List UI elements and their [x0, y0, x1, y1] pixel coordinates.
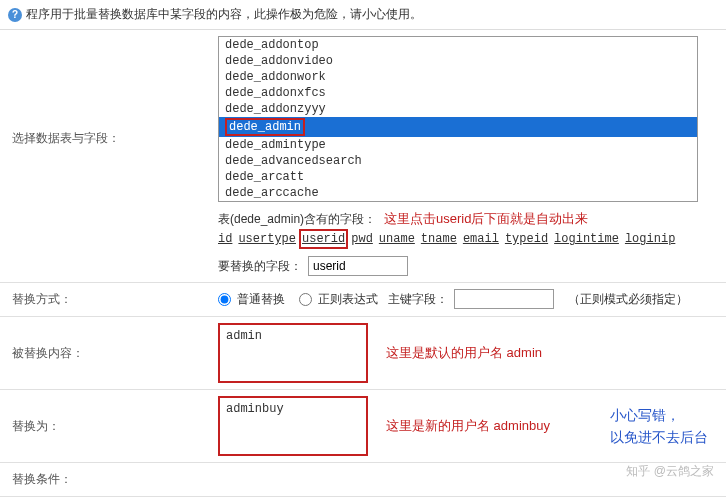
label-select-table: 选择数据表与字段：: [0, 30, 210, 282]
field-list: idusertypeuseridpwdunametnameemailtypeid…: [218, 232, 718, 246]
listbox-option[interactable]: dede_addontop: [219, 37, 697, 53]
field-link[interactable]: email: [463, 232, 499, 246]
annotation-default-user: 这里是默认的用户名 admin: [386, 344, 542, 362]
replace-to-input[interactable]: adminbuy: [218, 396, 368, 456]
listbox-option[interactable]: dede_addonxfcs: [219, 85, 697, 101]
table-listbox[interactable]: dede_addontopdede_addonvideodede_addonwo…: [218, 36, 698, 202]
primary-label: 主键字段：: [388, 291, 448, 308]
label-replace-mode: 替换方式：: [0, 283, 210, 316]
annotation-new-user: 这里是新的用户名 adminbuy: [386, 417, 550, 435]
field-link[interactable]: userid: [302, 232, 345, 246]
listbox-option[interactable]: dede_admintype: [219, 137, 697, 153]
listbox-option[interactable]: dede_addonwork: [219, 69, 697, 85]
radio-normal-label: 普通替换: [237, 291, 285, 308]
mode-hint: （正则模式必须指定）: [568, 291, 688, 308]
warning-bar: ? 程序用于批量替换数据库中某字段的内容，此操作极为危险，请小心使用。: [0, 0, 726, 30]
radio-regex-label: 正则表达式: [318, 291, 378, 308]
annotation-careful: 小心写错， 以免进不去后台: [610, 404, 708, 449]
field-link[interactable]: uname: [379, 232, 415, 246]
replace-field-input[interactable]: [308, 256, 408, 276]
listbox-option[interactable]: dede_arccache: [219, 185, 697, 201]
warning-text: 程序用于批量替换数据库中某字段的内容，此操作极为危险，请小心使用。: [26, 6, 422, 23]
listbox-option[interactable]: dede_arcatt: [219, 169, 697, 185]
radio-regex[interactable]: [299, 293, 312, 306]
listbox-option[interactable]: dede_advancedsearch: [219, 153, 697, 169]
replaced-content-input[interactable]: admin: [218, 323, 368, 383]
primary-input[interactable]: [454, 289, 554, 309]
field-link[interactable]: typeid: [505, 232, 548, 246]
radio-normal[interactable]: [218, 293, 231, 306]
listbox-option[interactable]: dede_addonvideo: [219, 53, 697, 69]
field-link[interactable]: usertype: [238, 232, 296, 246]
listbox-option[interactable]: dede_addonzyyy: [219, 101, 697, 117]
field-link[interactable]: tname: [421, 232, 457, 246]
replace-field-label: 要替换的字段：: [218, 258, 302, 275]
help-icon: ?: [8, 8, 22, 22]
fields-prefix: 表(dede_admin)含有的字段：: [218, 211, 376, 228]
annotation-click-userid: 这里点击userid后下面就是自动出来: [384, 210, 588, 228]
label-replace-to: 替换为：: [0, 390, 210, 462]
label-replaced-content: 被替换内容：: [0, 317, 210, 389]
listbox-option[interactable]: dede_admin: [219, 117, 697, 137]
field-link[interactable]: logintime: [554, 232, 619, 246]
field-link[interactable]: loginip: [625, 232, 675, 246]
field-link[interactable]: id: [218, 232, 232, 246]
label-replace-cond: 替换条件：: [0, 463, 210, 496]
field-link[interactable]: pwd: [351, 232, 373, 246]
